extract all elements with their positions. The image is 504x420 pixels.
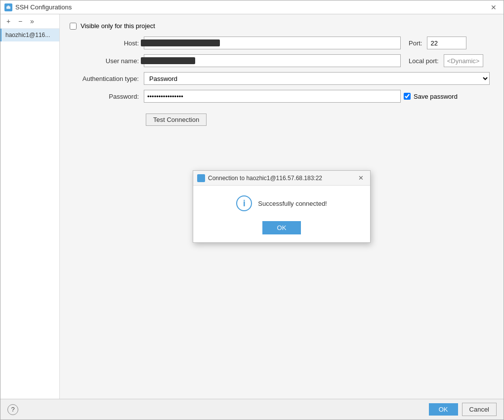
dialog-ok-button[interactable]: OK	[262, 221, 301, 234]
test-connection-button[interactable]: Test Connection	[146, 114, 207, 126]
host-row: Host: Port:	[70, 37, 494, 49]
dialog-title-text: Connection to haozhic1@116.57.68.183:22	[208, 175, 322, 182]
dialog-close-button[interactable]: ✕	[356, 174, 366, 182]
footer: ? OK Cancel	[0, 399, 504, 420]
more-config-button[interactable]: »	[27, 16, 37, 26]
local-port-input[interactable]	[444, 54, 483, 67]
dialog-ssh-icon	[197, 174, 205, 182]
auth-type-label: Authentication type:	[70, 75, 144, 82]
local-port-label: Local port:	[409, 57, 439, 65]
footer-right: OK Cancel	[429, 403, 497, 416]
visible-only-checkbox[interactable]	[70, 23, 77, 30]
port-input[interactable]	[427, 37, 466, 49]
main-window: SSH Configurations ✕ + − » haozhic1@116.…	[0, 0, 504, 420]
add-config-button[interactable]: +	[3, 16, 13, 26]
dialog-content-row: i Successfully connected!	[236, 195, 327, 211]
username-row: User name: Local port:	[70, 54, 494, 67]
ssh-icon	[4, 3, 12, 11]
dialog-message: Successfully connected!	[258, 200, 327, 207]
footer-left: ?	[7, 404, 18, 415]
svg-rect-1	[7, 5, 9, 7]
window-close-button[interactable]: ✕	[488, 2, 500, 12]
save-password-row: Save password	[404, 93, 458, 100]
username-label: User name:	[70, 57, 144, 65]
main-content: + − » haozhic1@116... Visible only for t…	[0, 14, 504, 399]
password-label: Password:	[70, 93, 144, 100]
title-bar-left: SSH Configurations	[4, 3, 72, 11]
visible-only-label: Visible only for this project	[81, 22, 155, 30]
sidebar-toolbar: + − »	[0, 14, 59, 29]
remove-config-button[interactable]: −	[15, 16, 25, 26]
port-label: Port:	[409, 39, 422, 47]
dialog-body: i Successfully connected! OK	[193, 186, 370, 242]
host-input[interactable]	[144, 37, 401, 49]
form-area: Visible only for this project Host: Port…	[60, 14, 504, 399]
window-title: SSH Configurations	[15, 3, 72, 11]
help-button[interactable]: ?	[7, 404, 18, 415]
auth-type-row: Authentication type: Password Key pair O…	[70, 72, 494, 85]
save-password-label: Save password	[414, 93, 458, 100]
password-input[interactable]	[144, 90, 401, 103]
auth-type-select[interactable]: Password Key pair OpenSSH config and aut…	[144, 72, 490, 85]
success-dialog: Connection to haozhic1@116.57.68.183:22 …	[193, 170, 371, 243]
save-password-checkbox[interactable]	[404, 93, 411, 100]
title-bar: SSH Configurations ✕	[0, 0, 504, 14]
username-input[interactable]	[144, 54, 401, 67]
password-row: Password: Save password	[70, 90, 494, 103]
footer-ok-button[interactable]: OK	[429, 403, 458, 416]
footer-cancel-button[interactable]: Cancel	[462, 403, 497, 416]
sidebar: + − » haozhic1@116...	[0, 14, 60, 399]
dialog-title-left: Connection to haozhic1@116.57.68.183:22	[197, 174, 322, 182]
info-icon: i	[236, 195, 252, 211]
dialog-title-bar: Connection to haozhic1@116.57.68.183:22 …	[193, 171, 370, 186]
visible-only-row: Visible only for this project	[70, 22, 494, 30]
host-label: Host:	[70, 39, 144, 47]
sidebar-item-config[interactable]: haozhic1@116...	[0, 29, 59, 41]
